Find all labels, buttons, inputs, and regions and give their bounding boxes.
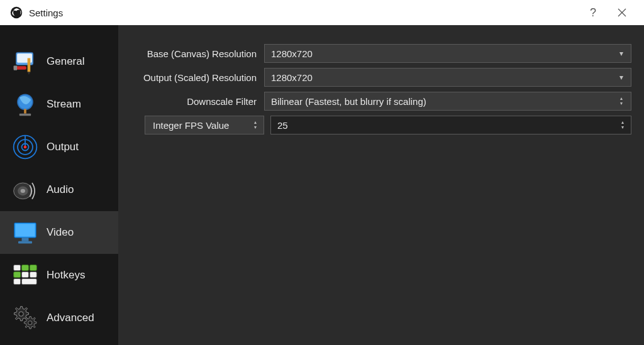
chevron-down-icon: ▾: [617, 73, 626, 82]
hotkeys-icon: [10, 260, 40, 290]
downscale-filter-label: Downscale Filter: [125, 96, 264, 107]
svg-rect-7: [28, 58, 31, 72]
stream-icon: [10, 89, 40, 119]
svg-marker-8: [28, 72, 31, 75]
svg-rect-11: [19, 114, 31, 116]
video-settings-panel: Base (Canvas) Resolution 1280x720 ▾ Outp…: [118, 25, 644, 345]
svg-rect-26: [22, 265, 29, 271]
settings-sidebar: General Stream: [0, 25, 118, 345]
sidebar-item-video[interactable]: Video: [0, 211, 118, 254]
svg-rect-32: [22, 279, 37, 285]
sidebar-item-label: Video: [47, 226, 74, 239]
output-resolution-combo[interactable]: 1280x720 ▾: [264, 68, 631, 87]
sidebar-item-hotkeys[interactable]: Hotkeys: [0, 254, 118, 297]
app-icon: [10, 6, 23, 19]
sidebar-item-label: Advanced: [47, 312, 94, 324]
sidebar-item-label: General: [47, 55, 84, 68]
svg-rect-24: [18, 241, 32, 244]
svg-rect-10: [24, 109, 26, 113]
svg-rect-21: [15, 224, 35, 236]
downscale-filter-combo[interactable]: Bilinear (Fastest, but blurry if scaling…: [264, 92, 631, 111]
spinner-icon: ▴▾: [617, 96, 626, 106]
fps-type-combo[interactable]: Integer FPS Value ▴▾: [145, 116, 264, 134]
output-icon: [10, 132, 40, 162]
video-icon: [10, 217, 40, 248]
output-resolution-value: 1280x720: [271, 72, 617, 83]
base-resolution-label: Base (Canvas) Resolution: [125, 48, 264, 59]
sidebar-item-label: Stream: [47, 98, 81, 111]
svg-rect-30: [30, 272, 36, 278]
svg-rect-28: [14, 272, 21, 278]
sidebar-item-label: Audio: [47, 183, 74, 196]
close-button[interactable]: [608, 0, 636, 25]
svg-rect-6: [14, 65, 18, 70]
spinner-icon: ▴▾: [251, 120, 260, 130]
advanced-icon: [10, 303, 40, 333]
sidebar-item-general[interactable]: General: [0, 40, 118, 83]
svg-rect-29: [22, 272, 29, 278]
svg-point-34: [28, 321, 32, 325]
sidebar-item-label: Output: [47, 141, 79, 153]
base-resolution-value: 1280x720: [271, 48, 617, 59]
svg-point-33: [19, 312, 23, 316]
sidebar-item-advanced[interactable]: Advanced: [0, 297, 118, 339]
downscale-filter-value: Bilinear (Fastest, but blurry if scaling…: [271, 96, 617, 107]
spinner-icon: ▴▾: [618, 120, 627, 130]
fps-type-value: Integer FPS Value: [153, 120, 251, 131]
window-title: Settings: [29, 8, 63, 18]
svg-point-19: [21, 189, 25, 193]
help-button[interactable]: ?: [579, 0, 608, 25]
svg-point-16: [24, 146, 27, 149]
titlebar: Settings ?: [0, 0, 644, 25]
svg-rect-23: [22, 238, 29, 241]
chevron-down-icon: ▾: [617, 49, 626, 58]
fps-value: 25: [277, 120, 618, 131]
fps-value-input[interactable]: 25 ▴▾: [270, 116, 631, 134]
svg-rect-27: [30, 265, 36, 271]
sidebar-item-audio[interactable]: Audio: [0, 168, 118, 211]
sidebar-item-stream[interactable]: Stream: [0, 83, 118, 126]
svg-rect-31: [14, 279, 21, 285]
base-resolution-combo[interactable]: 1280x720 ▾: [264, 44, 631, 63]
svg-rect-25: [14, 265, 21, 271]
output-resolution-label: Output (Scaled) Resolution: [125, 72, 264, 83]
sidebar-item-label: Hotkeys: [47, 269, 85, 282]
general-icon: [10, 47, 40, 77]
audio-icon: [10, 175, 40, 205]
sidebar-item-output[interactable]: Output: [0, 126, 118, 168]
